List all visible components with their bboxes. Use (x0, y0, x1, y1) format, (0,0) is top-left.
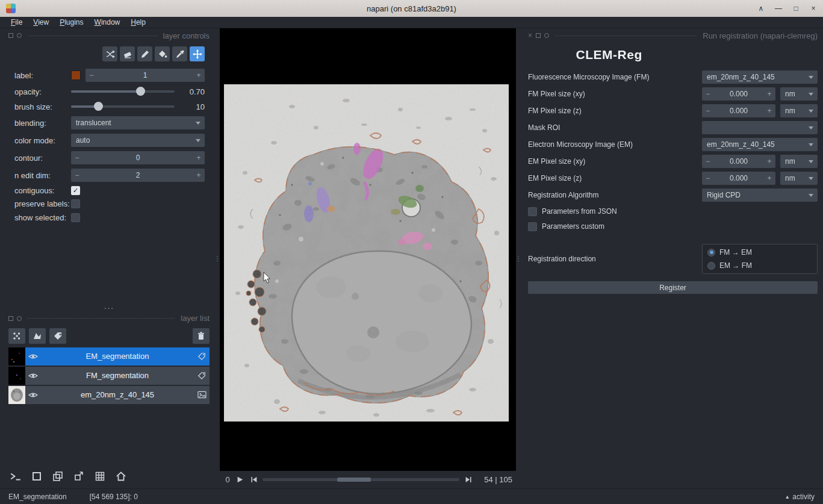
fm-pixel-z-spinbox[interactable]: − 0.000 + (702, 104, 775, 117)
increment-button[interactable]: + (763, 90, 775, 98)
frame-slider[interactable] (262, 478, 459, 481)
menu-help[interactable]: Help (126, 17, 151, 27)
close-button[interactable]: × (809, 4, 818, 13)
roll-dimensions-button[interactable] (51, 469, 65, 484)
show-selected-checkbox[interactable] (71, 213, 80, 222)
panel-resize-handle[interactable]: ··· (8, 305, 210, 311)
console-button[interactable] (8, 469, 23, 484)
em-image-value: em_20nm_z_40_145 (707, 140, 775, 149)
points-icon (12, 331, 22, 341)
fm-pixel-xy-unit-select[interactable]: nm (780, 87, 818, 101)
dock-splitter[interactable]: ⋮ (215, 28, 220, 488)
hide-panel-icon[interactable] (17, 316, 22, 321)
visibility-eye-icon[interactable] (25, 353, 41, 360)
contour-increment-button[interactable]: + (193, 154, 205, 162)
n-edit-dim-decrement-button[interactable]: − (71, 171, 83, 179)
fill-bucket-button[interactable] (155, 46, 170, 61)
fm-pixel-xy-spinbox[interactable]: − 0.000 + (702, 87, 775, 101)
increment-button[interactable]: + (763, 157, 775, 166)
menu-view[interactable]: View (28, 17, 54, 27)
fill-bucket-icon (158, 49, 167, 59)
em-pixel-xy-spinbox[interactable]: − 0.000 + (702, 155, 775, 168)
shade-window-button[interactable]: ∧ (756, 4, 766, 13)
opacity-slider[interactable] (71, 86, 175, 97)
maximize-button[interactable]: □ (791, 4, 801, 13)
radio-fm-to-em[interactable] (707, 249, 715, 257)
float-panel-icon[interactable] (8, 316, 13, 321)
hide-panel-icon[interactable] (544, 33, 549, 38)
em-pixel-z-unit-select[interactable]: nm (780, 172, 818, 185)
brush-size-slider-handle[interactable] (94, 102, 103, 111)
register-button[interactable]: Register (528, 281, 818, 294)
layer-row-em-segmentation[interactable]: EM_segmentation (8, 347, 210, 366)
n-edit-dim-spinbox[interactable]: − 2 + (71, 169, 205, 182)
color-mode-select[interactable]: auto (71, 134, 205, 147)
direction-option-fm-to-em[interactable]: FM → EM (707, 247, 812, 258)
em-pixel-z-spinbox[interactable]: − 0.000 + (702, 172, 775, 185)
new-shapes-layer-button[interactable] (29, 328, 46, 344)
shuffle-colors-button[interactable] (102, 46, 117, 61)
contour-spinbox[interactable]: − 0 + (71, 151, 205, 164)
new-labels-layer-button[interactable] (49, 328, 66, 344)
contour-decrement-button[interactable]: − (71, 154, 83, 162)
increment-button[interactable]: + (763, 174, 775, 182)
radio-em-to-fm[interactable] (707, 262, 715, 270)
fm-image-select[interactable]: em_20nm_z_40_145 (702, 70, 818, 84)
eraser-button[interactable] (120, 46, 135, 61)
close-panel-icon[interactable]: × (528, 33, 532, 39)
em-pixel-xy-unit-select[interactable]: nm (780, 155, 818, 168)
menu-file[interactable]: File (6, 17, 27, 27)
blending-select[interactable]: translucent (71, 116, 205, 129)
float-panel-icon[interactable] (8, 33, 13, 38)
hide-panel-icon[interactable] (17, 33, 22, 38)
visibility-eye-icon[interactable] (25, 391, 41, 399)
left-dock: layer controls (0, 28, 215, 488)
color-picker-button[interactable] (172, 46, 187, 61)
home-button[interactable] (114, 469, 128, 484)
goto-end-button[interactable] (464, 475, 473, 485)
decrement-button[interactable]: − (702, 90, 714, 98)
ndisplay-toggle-button[interactable] (30, 469, 44, 484)
label-spinbox[interactable]: − 1 + (85, 69, 205, 82)
decrement-button[interactable]: − (702, 174, 714, 182)
increment-button[interactable]: + (763, 107, 775, 115)
activity-toggle[interactable]: ▴ activity (786, 493, 815, 501)
registration-algorithm-select[interactable]: Rigid CPD (702, 188, 818, 202)
decrement-button[interactable]: − (702, 157, 714, 166)
contiguous-checkbox[interactable]: ✓ (71, 186, 80, 195)
pan-zoom-button[interactable] (190, 46, 205, 61)
brush-size-slider[interactable] (71, 101, 175, 112)
play-button[interactable] (235, 475, 244, 485)
minimize-button[interactable]: — (774, 4, 783, 13)
dock-splitter[interactable]: ⋮ (516, 28, 521, 488)
mask-roi-select[interactable] (702, 121, 818, 134)
direction-option-em-to-fm[interactable]: EM → FM (707, 260, 812, 271)
grid-mode-button[interactable] (93, 469, 107, 484)
visibility-eye-icon[interactable] (25, 372, 41, 379)
menu-window[interactable]: Window (90, 17, 125, 27)
n-edit-dim-increment-button[interactable]: + (193, 171, 205, 179)
decrement-button[interactable]: − (702, 107, 714, 115)
contour-value: 0 (83, 154, 193, 162)
label-decrement-button[interactable]: − (85, 71, 98, 79)
em-image-select[interactable]: em_20nm_z_40_145 (702, 138, 818, 151)
parameters-custom-checkbox[interactable] (528, 222, 537, 231)
menu-plugins[interactable]: Plugins (55, 17, 88, 27)
preserve-labels-checkbox[interactable] (71, 199, 80, 208)
frame-slider-handle[interactable] (337, 478, 371, 482)
opacity-slider-handle[interactable] (136, 87, 145, 96)
float-panel-icon[interactable] (536, 33, 541, 38)
label-increment-button[interactable]: + (193, 71, 205, 79)
new-points-layer-button[interactable] (8, 328, 25, 344)
paint-brush-button[interactable] (137, 46, 152, 61)
layer-row-em-image[interactable]: em_20nm_z_40_145 (8, 386, 210, 404)
fm-pixel-xy-label: FM Pixel size (xy) (528, 90, 702, 98)
viewer-canvas[interactable] (220, 28, 516, 471)
fm-pixel-z-unit-select[interactable]: nm (780, 104, 818, 117)
transpose-dimensions-button[interactable] (72, 469, 86, 484)
delete-layer-button[interactable] (193, 328, 210, 344)
layer-row-fm-segmentation[interactable]: FM_segmentation (8, 367, 210, 385)
parameters-from-json-checkbox[interactable] (528, 207, 537, 216)
goto-start-button[interactable] (249, 475, 258, 485)
label-color-swatch[interactable] (71, 70, 81, 80)
